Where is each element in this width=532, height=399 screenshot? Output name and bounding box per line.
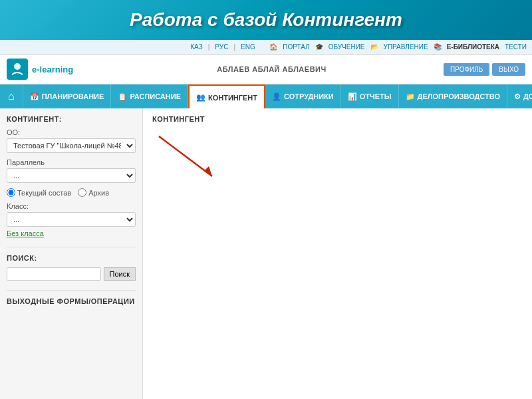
portal-link[interactable]: ПОРТАЛ <box>283 43 309 51</box>
nav-workflow[interactable]: 📁 ДЕЛОПРОИЗВОДСТВО <box>399 84 507 108</box>
right-panel: КОНТИНГЕНТ <box>143 108 532 399</box>
employees-icon: 👤 <box>272 92 281 101</box>
utility-icon-library: 📚 <box>434 43 442 51</box>
nav-reports[interactable]: 📊 ОТЧЕТЫ <box>341 84 399 108</box>
svg-line-1 <box>159 136 212 176</box>
radio-current[interactable] <box>7 188 15 197</box>
nav-planning[interactable]: 📅 ПЛАНИРОВАНИЕ <box>23 84 112 108</box>
planning-icon: 📅 <box>30 92 39 101</box>
parallel-label: Параллель <box>7 158 136 166</box>
lang-rus[interactable]: РУС <box>215 43 228 51</box>
utility-bar: КАЗ | РУС | ENG 🏠 ПОРТАЛ 🎓 ОБУЧЕНИЕ 📂 УП… <box>0 40 532 55</box>
exit-button[interactable]: ВЫХО <box>492 63 525 76</box>
svg-point-0 <box>14 63 21 70</box>
logo-area: e-learning <box>7 59 100 80</box>
nav-bar: ⌂ 📅 ПЛАНИРОВАНИЕ 📋 РАСПИСАНИЕ 👥 КОНТИНГЕ… <box>0 84 532 108</box>
logo-svg <box>9 61 25 77</box>
search-section: ПОИСК: Поиск <box>7 247 136 281</box>
schedule-label: РАСПИСАНИЕ <box>130 92 181 100</box>
oo-select[interactable]: Тестовая ГУ "Школа-лицей №48" <box>7 138 136 153</box>
utility-icon-portal: 🏠 <box>269 43 277 51</box>
radio-current-label[interactable]: Текущий состав <box>7 188 71 197</box>
header-buttons: ПРОФИЛЬ ВЫХО <box>444 63 525 76</box>
main-content: КОНТИНГЕНТ: ОО: Тестовая ГУ "Школа-лицей… <box>0 108 532 399</box>
logo-text: e-learning <box>32 65 73 74</box>
nav-home[interactable]: ⌂ <box>0 84 23 108</box>
nav-schedule[interactable]: 📋 РАСПИСАНИЕ <box>111 84 188 108</box>
nav-contingent[interactable]: 👥 КОНТИНГЕНТ <box>188 84 265 109</box>
logo-icon <box>7 59 28 80</box>
library-link[interactable]: E-БИБЛИОТЕКА <box>447 43 499 51</box>
class-label: Класс: <box>7 202 136 210</box>
schedule-icon: 📋 <box>118 92 127 101</box>
nav-employees[interactable]: 👤 СОТРУДНИКИ <box>265 84 341 108</box>
contingent-icon: 👥 <box>196 93 205 102</box>
planning-label: ПЛАНИРОВАНИЕ <box>42 92 104 100</box>
reports-label: ОТЧЕТЫ <box>360 92 392 100</box>
extra-icon: ⚙ <box>514 92 521 101</box>
profile-button[interactable]: ПРОФИЛЬ <box>444 63 489 76</box>
right-panel-title: КОНТИНГЕНТ <box>152 115 523 123</box>
learning-link[interactable]: ОБУЧЕНИЕ <box>329 43 365 51</box>
output-section: ВЫХОДНЫЕ ФОРМЫ/ОПЕРАЦИИ <box>7 290 136 305</box>
utility-icon-manage: 📂 <box>370 43 378 51</box>
output-section-title: ВЫХОДНЫЕ ФОРМЫ/ОПЕРАЦИИ <box>7 297 136 305</box>
sidebar-section-title: КОНТИНГЕНТ: <box>7 115 136 123</box>
parallel-select[interactable]: ... <box>7 168 136 183</box>
search-section-title: ПОИСК: <box>7 254 136 262</box>
banner-title: Работа с базой Контингент <box>130 9 402 31</box>
workflow-label: ДЕЛОПРОИЗВОДСТВО <box>418 92 500 100</box>
radio-archive-label[interactable]: Архив <box>78 188 109 197</box>
lang-kaz[interactable]: КАЗ <box>190 43 202 51</box>
header-bar: e-learning АБЛАЕВ АБЛАЙ АБЛАЕВИЧ ПРОФИЛЬ… <box>0 55 532 84</box>
logo-name: e-learning <box>32 65 73 74</box>
utility-icon-learning: 🎓 <box>315 43 323 51</box>
no-class-link[interactable]: Без класса <box>7 229 136 237</box>
search-button[interactable]: Поиск <box>104 267 136 281</box>
radio-archive[interactable] <box>78 188 86 197</box>
nav-extra[interactable]: ⚙ ДОПОЛНИТЕЛЬНО <box>507 84 532 108</box>
class-select[interactable]: ... <box>7 212 136 227</box>
svg-marker-2 <box>204 166 212 176</box>
employees-label: СОТРУДНИКИ <box>284 92 334 100</box>
test-link[interactable]: ТЕСТИ <box>505 43 527 51</box>
search-row: Поиск <box>7 267 136 281</box>
user-name: АБЛАЕВ АБЛАЙ АБЛАЕВИЧ <box>100 65 444 73</box>
manage-link[interactable]: УПРАВЛЕНИЕ <box>384 43 428 51</box>
banner: Работа с базой Контингент <box>0 0 532 40</box>
annotation-arrow <box>152 130 232 183</box>
reports-icon: 📊 <box>348 92 357 101</box>
lang-eng[interactable]: ENG <box>241 43 255 51</box>
workflow-icon: 📁 <box>406 92 415 101</box>
oo-label: ОО: <box>7 128 136 136</box>
search-input[interactable] <box>7 267 101 281</box>
arrow-container <box>152 130 523 185</box>
contingent-label: КОНТИНГЕНТ <box>208 94 257 102</box>
radio-group: Текущий состав Архив <box>7 188 136 197</box>
extra-label: ДОПОЛНИТЕЛЬНО <box>523 92 532 100</box>
sidebar: КОНТИНГЕНТ: ОО: Тестовая ГУ "Школа-лицей… <box>0 108 143 399</box>
